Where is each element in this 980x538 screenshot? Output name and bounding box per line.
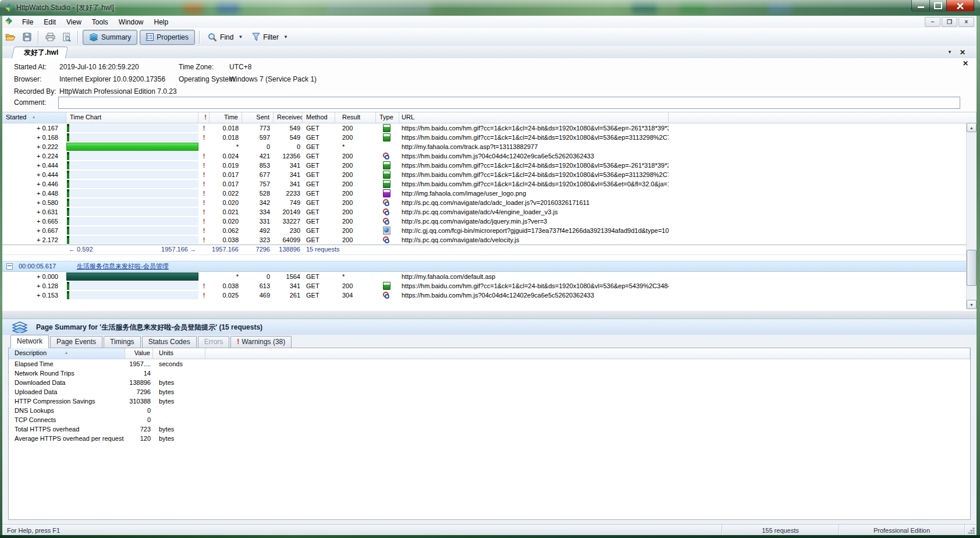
mdi-close-button[interactable]: × <box>958 17 974 27</box>
find-button[interactable]: Find ▼ <box>203 30 247 44</box>
menu-tools[interactable]: Tools <box>87 17 113 27</box>
time-chart-bar <box>67 282 69 290</box>
column-header-warning[interactable]: ! <box>198 112 210 123</box>
properties-toggle-button[interactable]: Properties <box>140 30 195 45</box>
request-row[interactable]: + 0.168 ! 0.018 597 549 GET 200 https://… <box>2 133 977 142</box>
request-row[interactable]: + 0.667 ! 0.062 492 230 GET 200 http://c… <box>2 226 977 235</box>
httpwatch-app-icon <box>5 3 15 14</box>
request-method: GET <box>303 161 335 170</box>
scrollbar-thumb[interactable] <box>967 250 977 286</box>
mdi-minimize-button[interactable]: – <box>925 17 940 27</box>
vertical-scrollbar[interactable]: ▲ ▼ <box>966 123 977 309</box>
tab-errors[interactable]: Errors <box>198 336 230 348</box>
request-received: 2233 <box>274 189 303 198</box>
menu-file[interactable]: File <box>17 17 38 27</box>
tab-timings[interactable]: Timings <box>104 336 141 348</box>
resize-grip[interactable] <box>964 525 977 536</box>
request-time: 0.062 <box>210 226 242 235</box>
page-totals-row[interactable]: ← 0.592 1957.166 → 1957.166 7296 138896 … <box>2 245 977 255</box>
column-header-received[interactable]: Received <box>274 112 303 123</box>
request-row[interactable]: + 0.000 * 0 1564 GET * http://my.fahaola… <box>2 272 977 281</box>
menu-view[interactable]: View <box>61 17 87 27</box>
request-row[interactable]: + 0.444 ! 0.017 677 341 GET 200 https://… <box>2 170 977 179</box>
mdi-restore-button[interactable]: ❐ <box>942 17 957 27</box>
summary-value: 120 <box>125 434 153 443</box>
maximize-button[interactable] <box>930 0 946 12</box>
request-row[interactable]: + 0.128 ! 0.038 613 341 GET 200 https://… <box>2 281 977 291</box>
tab-warnings-38[interactable]: !Warnings (38) <box>230 336 292 348</box>
summary-table-row: Network Round Trips 14 <box>9 369 970 378</box>
tab-network[interactable]: Network <box>10 335 49 348</box>
collapse-group-icon[interactable] <box>6 263 13 270</box>
request-time-chart <box>66 217 198 226</box>
group-page-title[interactable]: 生活服务信息来发好啦-会员管理 <box>77 261 169 271</box>
totals-received: 138896 <box>274 245 303 254</box>
print-button[interactable] <box>42 30 58 44</box>
menu-help[interactable]: Help <box>149 17 174 27</box>
summary-description: Network Round Trips <box>9 369 125 378</box>
page-summary-table-area: ▲ Description Value Units Elapsed Time 1… <box>2 348 977 522</box>
totals-sent: 7296 <box>242 245 274 254</box>
column-header-description[interactable]: ▲ Description <box>9 348 125 359</box>
request-row[interactable]: + 0.224 ! 0.024 421 12356 GET 200 https:… <box>2 151 977 161</box>
print-preview-button[interactable] <box>59 30 74 44</box>
open-file-button[interactable] <box>3 30 18 44</box>
request-row[interactable]: + 0.222 * 0 0 GET * http://my.fahaola.co… <box>2 142 977 151</box>
column-header-result[interactable]: Result <box>335 112 376 123</box>
request-time: 0.018 <box>210 133 242 142</box>
menu-edit[interactable]: Edit <box>38 17 61 27</box>
minimize-button[interactable] <box>911 0 930 12</box>
window-frame-right <box>977 16 980 535</box>
printer-icon <box>45 33 55 41</box>
request-row[interactable]: + 0.444 ! 0.019 853 341 GET 200 https://… <box>2 161 977 170</box>
request-result: 200 <box>335 235 376 245</box>
summary-table-row: Average HTTPS overhead per request 120 b… <box>9 434 970 443</box>
find-dropdown-icon[interactable]: ▼ <box>238 34 243 40</box>
request-row[interactable]: + 2.172 ! 0.038 323 64099 GET 200 http:/… <box>2 235 977 245</box>
gif-file-icon <box>383 171 390 179</box>
page-group-header[interactable]: 00:00:05.617 生活服务信息来发好啦-会员管理 <box>2 261 977 272</box>
filter-button[interactable]: Filter ▼ <box>247 30 293 44</box>
request-started: + 0.448 <box>2 189 66 198</box>
desktop-blur-decoration <box>631 1 657 14</box>
menu-window[interactable]: Window <box>113 17 149 27</box>
close-button[interactable] <box>946 0 974 12</box>
tab-status-codes[interactable]: Status Codes <box>142 336 197 348</box>
column-header-method[interactable]: Method <box>303 112 335 123</box>
request-method: GET <box>303 170 335 179</box>
request-method: GET <box>303 133 335 142</box>
column-header-value[interactable]: Value <box>125 348 153 359</box>
tab-list-dropdown-icon[interactable]: ▼ <box>945 48 954 56</box>
request-sent: 323 <box>242 235 274 245</box>
column-header-time[interactable]: Time <box>210 112 242 123</box>
request-row[interactable]: + 0.665 ! 0.020 331 33227 GET 200 http:/… <box>2 217 977 226</box>
column-header-url[interactable]: URL <box>399 112 669 123</box>
request-row[interactable]: + 0.153 ! 0.025 469 261 GET 304 https://… <box>2 291 977 300</box>
tab-page-events[interactable]: Page Events <box>50 336 102 348</box>
scroll-down-icon[interactable]: ▼ <box>967 300 977 309</box>
request-row[interactable]: + 0.580 ! 0.020 342 749 GET 200 http://s… <box>2 198 977 207</box>
scroll-up-icon[interactable]: ▲ <box>967 123 977 132</box>
summary-toggle-button[interactable]: Summary <box>83 30 137 45</box>
request-row[interactable]: + 0.446 ! 0.017 757 341 GET 200 https://… <box>2 179 977 189</box>
column-header-time-chart[interactable]: Time Chart <box>66 112 198 123</box>
request-started: + 0.446 <box>2 179 66 189</box>
save-button[interactable] <box>19 30 34 44</box>
filter-dropdown-icon[interactable]: ▼ <box>283 34 288 40</box>
warning-indicator: ! <box>198 198 210 207</box>
column-header-sent[interactable]: Sent <box>242 112 274 123</box>
time-chart-bar <box>67 226 69 235</box>
request-received: 230 <box>274 226 303 235</box>
comment-input[interactable] <box>58 97 960 109</box>
tab-close-icon[interactable]: ✕ <box>958 48 967 56</box>
document-tab[interactable]: 发好了.hwl <box>12 47 69 58</box>
column-header-started[interactable]: ▲ Started <box>2 112 66 123</box>
column-header-units[interactable]: Units <box>153 348 205 359</box>
request-row[interactable]: + 0.167 ! 0.018 773 549 GET 200 https://… <box>2 123 977 133</box>
info-panel-close-icon[interactable]: ✕ <box>961 59 970 68</box>
request-row[interactable]: + 0.448 ! 0.022 528 2233 GET 200 http://… <box>2 189 977 198</box>
request-row[interactable]: + 0.631 ! 0.021 334 20149 GET 200 http:/… <box>2 207 977 217</box>
panel-splitter[interactable] <box>2 310 977 319</box>
request-started: + 0.153 <box>2 291 66 300</box>
column-header-type[interactable]: Type <box>376 112 399 123</box>
